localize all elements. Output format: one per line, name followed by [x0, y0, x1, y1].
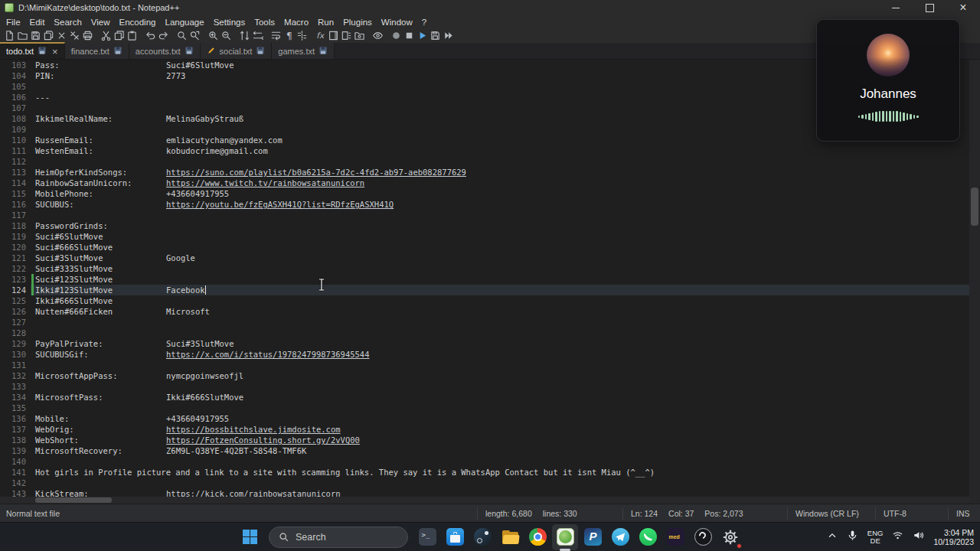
network-icon[interactable]	[892, 530, 903, 544]
vertical-scrollbar-thumb[interactable]	[971, 187, 978, 226]
paste-icon[interactable]	[126, 29, 139, 42]
url-link[interactable]: https://bossbitchslave.jimdosite.com	[166, 424, 341, 435]
zoom-in-icon[interactable]	[207, 29, 220, 42]
url-link[interactable]: https://suno.com/playlist/b0a6215a-7d2c-…	[166, 167, 466, 178]
line-text: Suci#6SlutMove	[35, 231, 103, 242]
status-typing-mode[interactable]: INS	[948, 507, 980, 520]
volume-icon[interactable]	[913, 530, 924, 544]
close-icon[interactable]	[55, 29, 68, 42]
taskbar-file-explorer[interactable]	[497, 524, 523, 550]
menu-tools[interactable]: Tools	[250, 18, 279, 27]
line-number: 117	[0, 210, 26, 220]
tab-games[interactable]: games.txt	[272, 43, 335, 59]
taskbar-notepad-plus-plus[interactable]	[552, 524, 578, 550]
open-file-icon[interactable]	[16, 29, 29, 42]
minimize-button[interactable]	[879, 0, 913, 15]
toolbar-group	[390, 29, 455, 42]
menu-search[interactable]: Search	[49, 18, 86, 27]
menu-file[interactable]: File	[2, 18, 25, 27]
menu-help[interactable]: ?	[417, 18, 431, 27]
url-link[interactable]: https://youtu.be/fzEgASXH41Q?list=RDfzEg…	[166, 199, 394, 210]
cut-icon[interactable]	[100, 29, 113, 42]
menu-edit[interactable]: Edit	[25, 18, 50, 27]
menu-macro[interactable]: Macro	[279, 18, 313, 27]
save-macro-icon[interactable]	[429, 29, 442, 42]
horizontal-scrollbar[interactable]	[0, 497, 969, 504]
show-all-characters-icon[interactable]: ¶	[283, 29, 296, 42]
language-indicator[interactable]: ENG DE	[867, 530, 884, 545]
taskbar-telegram[interactable]	[607, 524, 633, 550]
taskbar-clock[interactable]: 3:04 PM 10/19/2023	[933, 528, 974, 546]
taskbar-obs[interactable]	[690, 524, 716, 550]
status-length-lines: length: 6,680 lines: 330	[477, 507, 622, 520]
sync-horizontal-scroll-icon[interactable]	[251, 29, 264, 42]
menu-encoding[interactable]: Encoding	[115, 18, 161, 27]
taskbar-settings[interactable]	[717, 524, 743, 550]
hidden-icons-chevron[interactable]	[827, 530, 838, 544]
vertical-scrollbar[interactable]	[969, 60, 980, 504]
save-all-icon[interactable]	[42, 29, 55, 42]
copy-icon[interactable]	[113, 29, 126, 42]
save-icon[interactable]	[29, 29, 42, 42]
function-list-icon[interactable]: fx	[314, 29, 327, 42]
undo-icon[interactable]	[144, 29, 157, 42]
taskbar-whatsapp[interactable]	[635, 524, 661, 550]
status-encoding[interactable]: UTF-8	[875, 507, 948, 520]
taskbar-medal[interactable]: med	[662, 524, 688, 550]
menu-settings[interactable]: Settings	[209, 18, 250, 27]
url-link[interactable]: https://x.com/i/status/19782479987369455…	[166, 349, 370, 360]
indent-guide-icon[interactable]	[296, 29, 309, 42]
line-number: 123	[0, 274, 26, 285]
file-state-icon	[185, 46, 194, 57]
menu-window[interactable]: Window	[377, 18, 417, 27]
status-eol-format[interactable]: Windows (CR LF)	[787, 507, 875, 520]
taskbar-steam[interactable]	[469, 524, 495, 550]
microphone-in-use-icon[interactable]	[847, 530, 858, 544]
line-text: PayPalPrivate:	[35, 338, 103, 349]
replace-icon[interactable]	[188, 29, 201, 42]
start-button[interactable]	[237, 524, 263, 550]
document-monitoring-icon[interactable]	[371, 29, 384, 42]
maximize-button[interactable]	[913, 0, 946, 15]
playback-macro-icon[interactable]	[416, 29, 429, 42]
menu-view[interactable]: View	[87, 18, 115, 27]
close-button[interactable]	[946, 0, 980, 15]
tab-accounts[interactable]: accounts.txt	[129, 43, 201, 59]
toolbar-group	[3, 29, 94, 42]
url-link[interactable]: https://www.twitch.tv/rainbowsatanunicor…	[166, 178, 364, 188]
search-icon	[279, 532, 289, 543]
find-icon[interactable]	[175, 29, 188, 42]
menu-run[interactable]: Run	[313, 18, 338, 27]
stop-recording-icon[interactable]	[403, 29, 416, 42]
taskbar-microsoft-store[interactable]	[442, 524, 468, 550]
tab-finance[interactable]: finance.txt	[65, 43, 129, 59]
zoom-out-icon[interactable]	[220, 29, 233, 42]
menu-language[interactable]: Language	[160, 18, 208, 27]
redo-icon[interactable]	[157, 29, 170, 42]
svg-text:¶: ¶	[286, 31, 292, 41]
tab-todo[interactable]: todo.txt	[0, 42, 65, 59]
print-icon[interactable]	[81, 29, 94, 42]
taskbar-chrome[interactable]	[524, 524, 550, 550]
waveform-bar	[903, 112, 905, 121]
url-link[interactable]: https://FotzenConsulting.short.gy/2vVQ00	[166, 435, 360, 445]
horizontal-scrollbar-thumb[interactable]	[35, 497, 112, 503]
tab-social[interactable]: social.txt	[201, 43, 273, 59]
sync-vertical-scroll-icon[interactable]	[238, 29, 251, 42]
start-recording-icon[interactable]	[390, 29, 403, 42]
avatar	[867, 34, 910, 77]
folder-as-workspace-icon[interactable]	[353, 29, 366, 42]
taskbar-terminal[interactable]: >_	[414, 524, 440, 550]
close-all-icon[interactable]	[68, 29, 81, 42]
taskbar-search[interactable]: Search	[269, 527, 408, 548]
new-file-icon[interactable]	[3, 29, 16, 42]
document-list-icon[interactable]	[340, 29, 353, 42]
editor-line: 118PasswordGrinds:	[0, 220, 969, 231]
close-tab-icon[interactable]	[52, 46, 58, 57]
document-map-icon[interactable]	[327, 29, 340, 42]
taskbar-paypal[interactable]: P	[580, 524, 606, 550]
run-macro-multiple-icon[interactable]	[442, 29, 455, 42]
word-wrap-icon[interactable]	[270, 29, 283, 42]
file-state-icon	[256, 46, 265, 57]
menu-plugins[interactable]: Plugins	[338, 18, 377, 27]
